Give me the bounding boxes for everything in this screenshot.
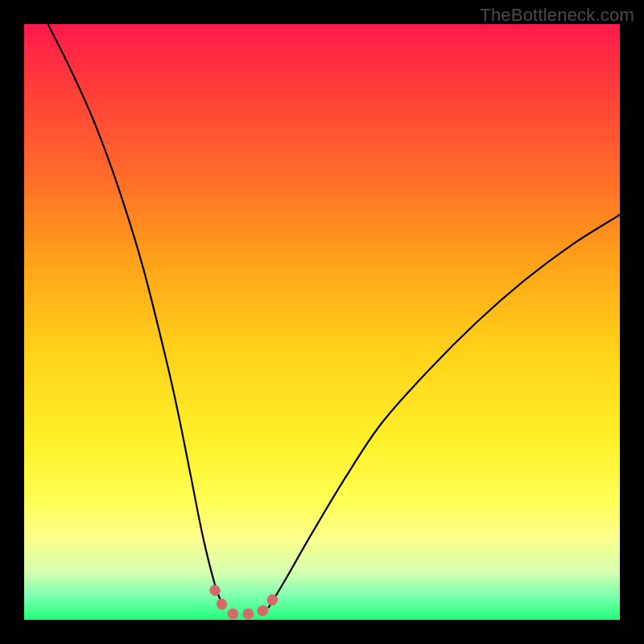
right-curve — [268, 215, 620, 608]
watermark-text: TheBottleneck.com — [480, 5, 634, 26]
curve-layer — [24, 24, 620, 620]
chart-frame: TheBottleneck.com — [0, 0, 644, 644]
left-curve — [48, 24, 224, 608]
plot-area — [24, 24, 620, 620]
valley-marker — [215, 590, 278, 614]
